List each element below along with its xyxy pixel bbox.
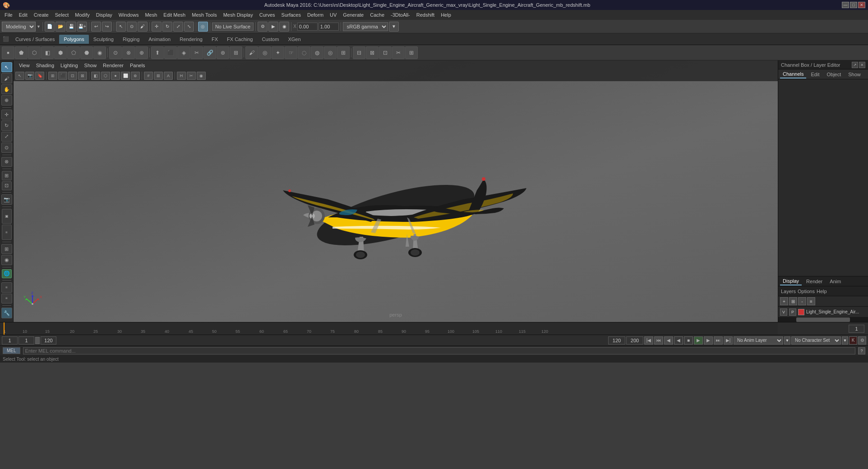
- vp-compare-btn[interactable]: ⊠: [78, 72, 87, 80]
- gamma-dropdown[interactable]: sRGB gamma: [343, 22, 388, 31]
- target-weld-icon[interactable]: ⊛: [217, 46, 229, 59]
- vp-menu-panels[interactable]: Panels: [127, 62, 148, 69]
- vp-grid-btn[interactable]: #: [144, 72, 153, 80]
- snap-to-curve-btn[interactable]: ⊡: [2, 181, 12, 191]
- layer-playback-btn[interactable]: P: [789, 308, 796, 316]
- tab-rigging[interactable]: Rigging: [118, 35, 144, 44]
- menu-deform[interactable]: Deform: [305, 11, 326, 18]
- vp-menu-show[interactable]: Show: [82, 62, 100, 69]
- manip-btn[interactable]: ⊙: [1, 143, 12, 152]
- collapse-icon[interactable]: ⊞: [230, 46, 242, 59]
- pinch-icon[interactable]: ◍: [311, 46, 323, 59]
- playback-range-start[interactable]: [608, 336, 625, 345]
- anim-layer-btn[interactable]: ≡: [2, 225, 12, 240]
- track-btn[interactable]: ✋: [1, 84, 12, 94]
- timeline-bar[interactable]: 1 10 15 20 25 30 35 40 45 50 55 60 65 70…: [0, 322, 868, 335]
- vp-resolution-btn[interactable]: ⊞: [154, 72, 163, 80]
- new-file-btn[interactable]: 📄: [45, 22, 55, 32]
- tab-fx-caching[interactable]: FX Caching: [222, 35, 257, 44]
- multi-cut-icon[interactable]: ✂: [190, 46, 203, 59]
- render-cam-btn[interactable]: 📷: [1, 194, 12, 204]
- face-icon[interactable]: ◧: [41, 46, 54, 59]
- vp-isolate-select-btn[interactable]: ◉: [197, 72, 206, 80]
- vp-menu-renderer[interactable]: Renderer: [100, 62, 126, 69]
- misc-btn-1[interactable]: ≡: [1, 282, 12, 292]
- display-layer-btn[interactable]: ▣: [2, 209, 12, 224]
- coord-y-input[interactable]: [319, 23, 339, 31]
- panel-close-btn[interactable]: ✕: [859, 62, 865, 68]
- scale-tool-btn[interactable]: ⤢: [1, 132, 12, 142]
- vp-bookmark-btn[interactable]: 🔖: [35, 72, 44, 80]
- tab-rendering[interactable]: Rendering: [175, 35, 207, 44]
- mel-tab[interactable]: MEL: [3, 347, 20, 354]
- vertex-face-icon[interactable]: ⬠: [67, 46, 80, 59]
- play-fwd-btn[interactable]: ▶: [694, 336, 703, 345]
- tab-channels[interactable]: Channels: [780, 70, 806, 78]
- sculpt-icon[interactable]: ✦: [272, 46, 284, 59]
- vp-display-btn[interactable]: ⊞: [48, 72, 57, 80]
- vp-bounding-box-btn[interactable]: ⬜: [121, 72, 130, 80]
- tab-curves-surfaces[interactable]: Curves / Surfaces: [11, 35, 59, 44]
- vp-wireframe-btn[interactable]: ⬡: [101, 72, 110, 80]
- vp-shading-mode-btn[interactable]: ◧: [91, 72, 100, 80]
- tab-anim[interactable]: Anim: [827, 278, 844, 285]
- menu-select[interactable]: Select: [52, 11, 72, 18]
- save-file-btn[interactable]: 💾: [66, 22, 76, 32]
- menu-edit[interactable]: Edit: [16, 11, 30, 18]
- menu-redshift[interactable]: Redshift: [414, 11, 437, 18]
- layout-icon[interactable]: ⊡: [379, 46, 392, 59]
- vp-clipping-btn[interactable]: ✂: [187, 72, 196, 80]
- vp-camera-btn[interactable]: 📷: [25, 72, 34, 80]
- hypershade-btn[interactable]: 🌐: [2, 269, 12, 279]
- save-inc-btn[interactable]: 💾+: [77, 22, 87, 32]
- layers-label[interactable]: Layers: [781, 289, 796, 294]
- multi-comp-icon[interactable]: ⬣: [80, 46, 93, 59]
- next-keyframe-btn[interactable]: ⏭: [714, 336, 723, 345]
- tab-custom[interactable]: Custom: [258, 35, 284, 44]
- playback-start-frame[interactable]: [2, 336, 18, 345]
- cage-icon[interactable]: ⊕: [135, 46, 148, 59]
- vertex-icon[interactable]: ⬟: [15, 46, 28, 59]
- playback-current-frame[interactable]: [18, 336, 34, 345]
- stop-btn[interactable]: ■: [684, 336, 693, 345]
- tab-render[interactable]: Render: [803, 278, 825, 285]
- tab-edit[interactable]: Edit: [808, 71, 822, 78]
- new-layer-btn[interactable]: +: [780, 297, 788, 305]
- quick-layout-btn[interactable]: ⊞: [1, 244, 12, 254]
- panel-float-btn[interactable]: ↗: [852, 62, 858, 68]
- anim-layer-btn[interactable]: ▼: [784, 336, 790, 345]
- vp-xray-btn[interactable]: ⊕: [131, 72, 140, 80]
- menu-display[interactable]: Display: [93, 11, 115, 18]
- bridge-icon[interactable]: ⬛: [164, 46, 177, 59]
- anim-layer-dropdown[interactable]: No Anim Layer: [734, 336, 783, 345]
- vp-aa-btn[interactable]: A: [164, 72, 173, 80]
- menu-file[interactable]: File: [2, 11, 15, 18]
- vp-menu-lighting[interactable]: Lighting: [58, 62, 81, 69]
- ipr-render-btn[interactable]: ◉: [279, 22, 289, 32]
- relax-icon[interactable]: ◎: [259, 46, 271, 59]
- step-back-btn[interactable]: ◀: [664, 336, 673, 345]
- paint-skin-icon[interactable]: 🖌: [245, 46, 258, 59]
- menu-curves[interactable]: Curves: [257, 11, 278, 18]
- smooth-mesh-icon[interactable]: ⊙: [109, 46, 122, 59]
- transform-btn[interactable]: ⤡: [184, 22, 194, 32]
- paint-select-btn[interactable]: 🖌: [138, 22, 148, 32]
- play-back-btn[interactable]: ◀: [674, 336, 683, 345]
- extrude-icon[interactable]: ⬆: [151, 46, 164, 59]
- redo-btn[interactable]: ↪: [102, 22, 112, 32]
- char-set-dropdown[interactable]: No Character Set: [791, 336, 841, 345]
- tab-xgen[interactable]: XGen: [283, 35, 305, 44]
- options-label[interactable]: Options: [798, 289, 815, 294]
- tab-display[interactable]: Display: [780, 277, 802, 285]
- new-layer-set-btn[interactable]: ⊞: [789, 297, 797, 305]
- menu-create[interactable]: Create: [31, 11, 51, 18]
- layer-visible-btn[interactable]: V: [780, 308, 787, 316]
- select-tool-btn[interactable]: ↖: [116, 22, 126, 32]
- vp-smooth-shade-btn[interactable]: ●: [111, 72, 120, 80]
- bevel-icon[interactable]: ◈: [177, 46, 190, 59]
- layer-item[interactable]: V P Light_Single_Engine_Air...: [778, 307, 868, 317]
- menu-mesh[interactable]: Mesh: [142, 11, 160, 18]
- vp-four-panel-btn[interactable]: ⊡: [68, 72, 77, 80]
- select-mode-btn[interactable]: ↖: [1, 62, 12, 72]
- delete-layer-btn[interactable]: -: [798, 297, 806, 305]
